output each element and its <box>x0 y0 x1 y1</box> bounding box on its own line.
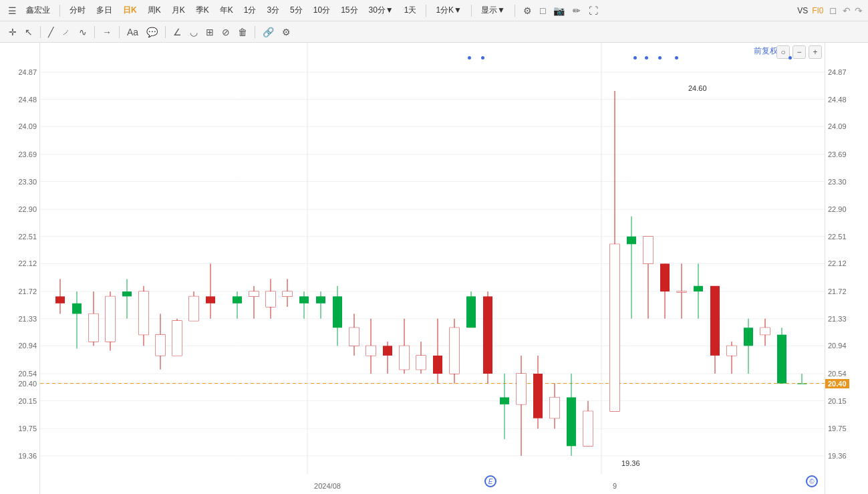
undo-btn[interactable]: ↶ <box>843 5 851 16</box>
y-label-left-24.09: 24.09 <box>18 122 37 130</box>
date-label-aug: 2024/08 <box>314 482 341 490</box>
y-label-left-19.75: 19.75 <box>18 424 37 433</box>
timeframe-duori[interactable]: 多日 <box>92 3 116 17</box>
y-label-left-22.9: 22.90 <box>18 205 37 213</box>
timeframe-10min[interactable]: 10分 <box>309 3 334 17</box>
y-label-right-20.54: 20.54 <box>828 370 847 378</box>
separator-1 <box>59 5 60 17</box>
price-label-19-36: 19.36 <box>621 459 640 467</box>
pencil-icon[interactable]: ✏ <box>570 4 583 17</box>
annotation-copyright: © <box>806 475 818 487</box>
redo-btn[interactable]: ↷ <box>855 5 863 16</box>
cursor-icon[interactable]: ↖ <box>21 25 36 39</box>
date-label-9: 9 <box>613 482 617 490</box>
annotation-e: E <box>484 475 496 487</box>
dashed-price-label: 20.40 <box>825 379 849 388</box>
y-label-left-20.4: 20.40 <box>18 380 37 388</box>
trash-icon[interactable]: 🗑 <box>235 25 251 39</box>
y-axis-right: 24.8724.4824.0923.6923.3022.9022.5122.12… <box>825 43 868 494</box>
y-label-left-21.72: 21.72 <box>18 287 37 295</box>
y-label-right-20.94: 20.94 <box>828 342 847 350</box>
blue-dot-6 <box>788 56 792 59</box>
screenshot-icon[interactable]: 📷 <box>551 4 567 17</box>
arc-icon[interactable]: ◡ <box>186 25 201 39</box>
y-label-left-22.51: 22.51 <box>18 233 37 241</box>
timeframe-1mink[interactable]: 1分K▼ <box>432 3 466 17</box>
y-label-left-21.33: 21.33 <box>18 315 37 323</box>
y-label-right-22.9: 22.90 <box>828 205 847 213</box>
draw-sep-5 <box>255 26 255 38</box>
timeframe-15min[interactable]: 15分 <box>337 3 361 17</box>
timeframe-5min[interactable]: 5分 <box>286 3 307 17</box>
fullscreen-icon[interactable]: ⛶ <box>586 4 601 17</box>
blue-dot-5 <box>675 56 678 59</box>
y-label-left-24.48: 24.48 <box>18 96 37 104</box>
blue-dot-3 <box>645 56 648 59</box>
price-tooltip-24-60: 24.60 <box>688 84 707 92</box>
y-label-right-24.87: 24.87 <box>828 68 847 76</box>
timeframe-1min[interactable]: 1分 <box>240 3 261 17</box>
y-label-right-23.69: 23.69 <box>828 150 847 158</box>
settings-icon[interactable]: ⚙ <box>279 25 294 39</box>
square-icon[interactable]: □ <box>828 4 839 17</box>
toolbar-right: VS FI0 □ ↶ ↷ <box>797 4 863 17</box>
camera-icon[interactable]: ⚙ <box>521 4 535 17</box>
y-axis-left: 24.8724.4824.0923.6923.3022.9022.5122.12… <box>0 43 40 494</box>
display-btn[interactable]: 显示▼ <box>477 3 509 17</box>
draw-sep-1 <box>40 26 41 38</box>
stock-name[interactable]: 鑫宏业 <box>22 3 54 17</box>
timeframe-1day[interactable]: 1天 <box>400 3 421 17</box>
y-label-right-19.36: 19.36 <box>828 452 847 460</box>
angle-icon[interactable]: ∠ <box>170 25 185 39</box>
y-label-left-23.3: 23.30 <box>18 178 37 186</box>
y-label-right-21.72: 21.72 <box>828 287 847 295</box>
draw-sep-2 <box>94 26 95 38</box>
y-label-right-22.12: 22.12 <box>828 259 847 267</box>
comment-icon[interactable]: 💬 <box>143 25 161 39</box>
separator-2 <box>426 5 426 17</box>
blue-dot-2 <box>633 56 637 59</box>
timeframe-3min[interactable]: 3分 <box>263 3 283 17</box>
chart-area[interactable]: 前复权 ○ − + 24.6019.362024/089E© <box>40 43 825 494</box>
timeframe-rik[interactable]: 日K <box>119 3 141 17</box>
y-label-left-20.94: 20.94 <box>18 342 37 350</box>
timeframe-jik[interactable]: 季K <box>192 3 213 17</box>
arrow-icon[interactable]: → <box>99 25 115 39</box>
wave-icon[interactable]: ∿ <box>76 25 90 39</box>
y-label-left-22.12: 22.12 <box>18 259 37 267</box>
timeframe-fenshi[interactable]: 分时 <box>65 3 90 17</box>
y-label-right-22.51: 22.51 <box>828 233 847 241</box>
draw-sep-4 <box>165 26 166 38</box>
top-toolbar: ☰ 鑫宏业 分时 多日 日K 周K 月K 季K 年K 1分 3分 5分 10分 … <box>0 0 868 21</box>
y-label-left-20.54: 20.54 <box>18 370 37 378</box>
timeframe-yuek[interactable]: 月K <box>168 3 189 17</box>
y-label-right-24.09: 24.09 <box>828 122 847 130</box>
text-tool-icon[interactable]: Aa <box>124 25 142 39</box>
y-label-right-21.33: 21.33 <box>828 315 847 323</box>
link-icon[interactable]: 🔗 <box>259 25 277 39</box>
draw-sep-3 <box>119 26 120 38</box>
fi0-label[interactable]: FI0 <box>812 6 823 15</box>
separator-3 <box>471 5 472 17</box>
menu-icon[interactable]: ☰ <box>5 4 19 17</box>
timeframe-niank[interactable]: 年K <box>216 3 237 17</box>
rect-icon[interactable]: □ <box>537 4 548 17</box>
crosshair-icon[interactable]: ✛ <box>5 25 20 39</box>
y-label-right-23.3: 23.30 <box>828 178 847 186</box>
y-label-left-20.15: 20.15 <box>18 397 37 405</box>
polyline-icon[interactable]: ╱ <box>45 25 57 39</box>
vs-label: VS <box>797 6 808 15</box>
ban-icon[interactable]: ⊘ <box>219 25 233 39</box>
blue-dot-4 <box>658 56 662 59</box>
measure-icon[interactable]: ⊞ <box>202 25 217 39</box>
blue-dot-1 <box>481 56 484 59</box>
y-label-left-19.36: 19.36 <box>18 452 37 460</box>
y-label-left-23.69: 23.69 <box>18 150 37 158</box>
candlestick-chart[interactable] <box>40 43 825 494</box>
timeframe-30min[interactable]: 30分▼ <box>365 3 398 17</box>
drawing-toolbar: ✛ ↖ ╱ ⟋ ∿ → Aa 💬 ∠ ◡ ⊞ ⊘ 🗑 🔗 ⚙ <box>0 21 868 43</box>
y-label-right-24.48: 24.48 <box>828 96 847 104</box>
timeframe-zhouk[interactable]: 周K <box>144 3 165 17</box>
blue-dot-0 <box>468 56 471 59</box>
multiline-icon[interactable]: ⟋ <box>58 25 74 39</box>
